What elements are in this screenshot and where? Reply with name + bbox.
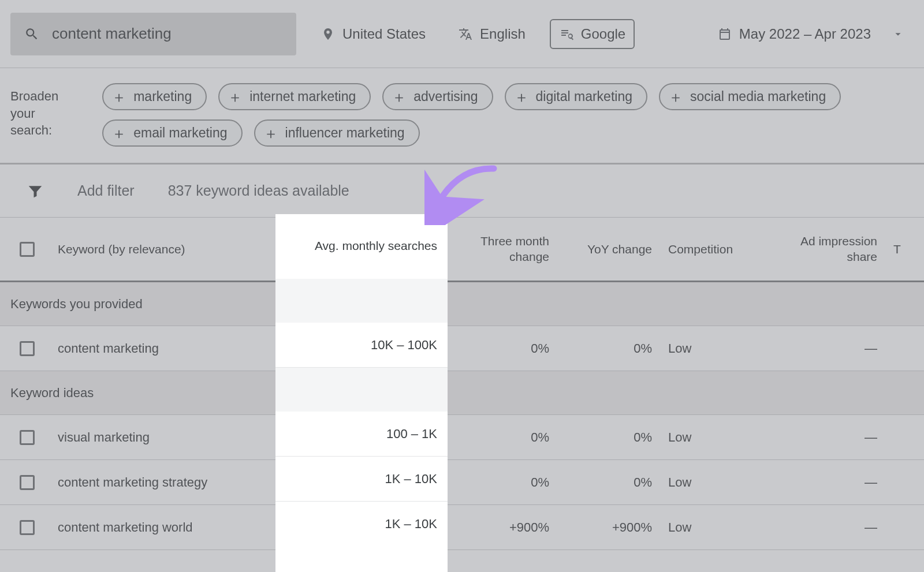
search-icon	[24, 27, 39, 42]
competition-cell: Low	[660, 520, 764, 535]
keyword-cell[interactable]: visual marketing	[50, 430, 275, 445]
plus-icon: ＋	[514, 89, 529, 104]
ad-share-cell: —	[764, 341, 885, 356]
broaden-chip[interactable]: ＋digital marketing	[505, 83, 647, 110]
section-ideas: Keyword ideas	[0, 371, 924, 415]
language-selector[interactable]: English	[450, 20, 534, 48]
row-checkbox[interactable]	[20, 430, 35, 445]
competition-cell: Low	[660, 430, 764, 445]
section-label: Keywords you provided	[0, 297, 448, 312]
location-value: United States	[342, 26, 426, 42]
three-month-cell: +900%	[448, 520, 557, 535]
col-competition[interactable]: Competition	[660, 242, 764, 256]
search-value: content marketing	[52, 25, 172, 43]
search-network-icon	[559, 27, 574, 42]
yoy-cell: 0%	[557, 430, 660, 445]
top-controls-row: content marketing United States English …	[0, 0, 924, 68]
table-row: content marketing 10K – 100K 0% 0% Low —	[0, 326, 924, 371]
network-selector[interactable]: Google	[550, 19, 635, 49]
table-header-row: Keyword (by relevance) Avg. monthly sear…	[0, 218, 924, 282]
three-month-cell: 0%	[448, 341, 557, 356]
row-checkbox[interactable]	[20, 520, 35, 535]
plus-icon: ＋	[263, 126, 278, 141]
broaden-label: Broaden your search:	[10, 83, 85, 139]
row-checkbox[interactable]	[20, 341, 35, 356]
filter-icon[interactable]	[27, 182, 44, 200]
plus-icon: ＋	[668, 89, 683, 104]
translate-icon	[458, 27, 473, 42]
col-keyword[interactable]: Keyword (by relevance)	[50, 242, 275, 256]
plus-icon: ＋	[228, 89, 243, 104]
broaden-chip[interactable]: ＋advertising	[382, 83, 493, 110]
language-value: English	[480, 26, 526, 42]
location-pin-icon	[321, 27, 336, 42]
row-checkbox[interactable]	[20, 475, 35, 490]
three-month-cell: 0%	[448, 430, 557, 445]
broaden-chip[interactable]: ＋email marketing	[102, 119, 242, 147]
competition-cell: Low	[660, 475, 764, 490]
col-yoy[interactable]: YoY change	[557, 242, 660, 256]
filter-row: Add filter 837 keyword ideas available	[0, 165, 924, 218]
competition-cell: Low	[660, 341, 764, 356]
ad-share-cell: —	[764, 520, 885, 535]
select-all-checkbox[interactable]	[20, 242, 35, 257]
col-three-month[interactable]: Three monthchange	[448, 234, 557, 264]
table-row: content marketing strategy 1K – 10K 0% 0…	[0, 460, 924, 505]
search-input[interactable]: content marketing	[10, 13, 296, 55]
col-ad-impression[interactable]: Ad impressionshare	[764, 234, 885, 264]
plus-icon: ＋	[392, 89, 407, 104]
location-selector[interactable]: United States	[312, 20, 434, 48]
keyword-cell[interactable]: content marketing	[50, 341, 275, 356]
broaden-chips: ＋marketing ＋internet marketing ＋advertis…	[102, 83, 914, 147]
yoy-cell: 0%	[557, 341, 660, 356]
yoy-cell: +900%	[557, 520, 660, 535]
plus-icon: ＋	[111, 126, 126, 141]
chevron-down-icon	[891, 27, 906, 42]
broaden-search-row: Broaden your search: ＋marketing ＋interne…	[0, 68, 924, 165]
broaden-chip[interactable]: ＋influencer marketing	[254, 119, 420, 147]
plus-icon: ＋	[111, 89, 126, 104]
keyword-cell[interactable]: content marketing world	[50, 520, 275, 535]
network-value: Google	[581, 26, 625, 42]
col-truncated[interactable]: T	[885, 242, 924, 256]
section-label: Keyword ideas	[0, 386, 448, 401]
three-month-cell: 0%	[448, 475, 557, 490]
keyword-table: Keyword (by relevance) Avg. monthly sear…	[0, 218, 924, 550]
broaden-chip[interactable]: ＋marketing	[102, 83, 207, 110]
broaden-chip[interactable]: ＋social media marketing	[659, 83, 841, 110]
broaden-chip[interactable]: ＋internet marketing	[218, 83, 371, 110]
yoy-cell: 0%	[557, 475, 660, 490]
table-row: visual marketing 100 – 1K 0% 0% Low —	[0, 415, 924, 460]
date-range-selector[interactable]: May 2022 – Apr 2023	[709, 20, 914, 48]
ad-share-cell: —	[764, 475, 885, 490]
calendar-icon	[717, 27, 732, 42]
ideas-count: 837 keyword ideas available	[168, 182, 349, 199]
section-provided: Keywords you provided	[0, 282, 924, 326]
table-row: content marketing world 1K – 10K +900% +…	[0, 505, 924, 550]
keyword-cell[interactable]: content marketing strategy	[50, 475, 275, 490]
add-filter-button[interactable]: Add filter	[77, 182, 135, 199]
ad-share-cell: —	[764, 430, 885, 445]
date-range-value: May 2022 – Apr 2023	[739, 26, 871, 42]
